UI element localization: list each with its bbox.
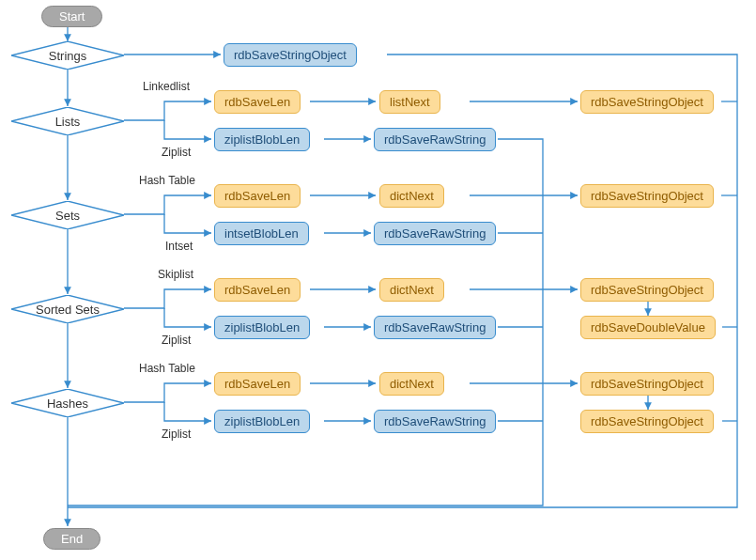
node-lists-zipbloblen-label: ziplistBlobLen: [224, 132, 300, 147]
decision-sorted-sets-label: Sorted Sets: [36, 303, 100, 317]
node-hashes-saveraw: rdbSaveRawString: [374, 410, 496, 433]
node-sortedsets-savestr: rdbSaveStringObject: [580, 278, 714, 302]
label-sortedsets-ziplist: Ziplist: [162, 334, 191, 347]
node-sortedsets-savedouble-label: rdbSaveDoubleValue: [591, 320, 705, 334]
node-hashes-savelen-label: rdbSaveLen: [224, 377, 290, 391]
node-sets-savestr-label: rdbSaveStringObject: [591, 189, 703, 203]
start-label: Start: [59, 9, 85, 23]
decision-sets: Sets: [11, 201, 124, 229]
node-sortedsets-saveraw: rdbSaveRawString: [374, 316, 496, 339]
node-lists-savelen: rdbSaveLen: [214, 90, 301, 114]
decision-strings: Strings: [11, 41, 124, 70]
node-sets-savelen: rdbSaveLen: [214, 184, 301, 208]
node-sortedsets-zipbloblen-label: ziplistBlobLen: [224, 320, 300, 334]
end-label: End: [61, 532, 83, 546]
node-sets-intsetbloblen: intsetBlobLen: [214, 222, 309, 245]
node-hashes-savestr2-label: rdbSaveStringObject: [591, 414, 703, 428]
node-sortedsets-savestr-label: rdbSaveStringObject: [591, 283, 703, 297]
node-sets-savestr: rdbSaveStringObject: [580, 184, 714, 208]
label-sortedsets-skiplist: Skiplist: [158, 268, 193, 281]
node-sortedsets-savelen: rdbSaveLen: [214, 278, 301, 302]
node-sortedsets-zipbloblen: ziplistBlobLen: [214, 316, 310, 339]
node-lists-savestr-label: rdbSaveStringObject: [591, 95, 703, 109]
node-lists-saveraw-label: rdbSaveRawString: [384, 132, 486, 147]
node-hashes-dictnext-label: dictNext: [390, 377, 434, 391]
node-sets-intsetbloblen-label: intsetBlobLen: [224, 226, 299, 241]
node-sets-dictnext-label: dictNext: [390, 189, 434, 203]
node-sortedsets-dictnext: dictNext: [379, 278, 444, 302]
decision-lists-label: Lists: [55, 115, 81, 129]
node-hashes-zipbloblen: ziplistBlobLen: [214, 410, 310, 433]
node-sortedsets-dictnext-label: dictNext: [390, 283, 434, 297]
decision-lists: Lists: [11, 107, 124, 135]
node-lists-saveraw: rdbSaveRawString: [374, 128, 496, 151]
node-strings-save: rdbSaveStringObject: [224, 43, 357, 67]
node-strings-save-label: rdbSaveStringObject: [234, 48, 347, 62]
decision-sorted-sets: Sorted Sets: [11, 295, 124, 323]
label-linkedlist: Linkedlist: [143, 80, 190, 93]
node-lists-listnext-label: listNext: [390, 95, 430, 109]
node-hashes-savestr1-label: rdbSaveStringObject: [591, 377, 703, 391]
node-hashes-savestr2: rdbSaveStringObject: [580, 410, 714, 433]
node-lists-savestr: rdbSaveStringObject: [580, 90, 714, 114]
node-sets-savelen-label: rdbSaveLen: [224, 189, 290, 203]
label-sets-hashtable: Hash Table: [139, 174, 195, 187]
node-hashes-dictnext: dictNext: [379, 372, 444, 396]
decision-hashes: Hashes: [11, 389, 124, 417]
node-hashes-savestr1: rdbSaveStringObject: [580, 372, 714, 396]
label-lists-ziplist: Ziplist: [162, 146, 191, 159]
node-sets-dictnext: dictNext: [379, 184, 444, 208]
node-lists-savelen-label: rdbSaveLen: [224, 95, 290, 109]
node-lists-zipbloblen: ziplistBlobLen: [214, 128, 310, 151]
node-hashes-savelen: rdbSaveLen: [214, 372, 301, 396]
node-lists-listnext: listNext: [379, 90, 440, 114]
node-sortedsets-saveraw-label: rdbSaveRawString: [384, 320, 486, 334]
node-sortedsets-savelen-label: rdbSaveLen: [224, 283, 290, 297]
label-hashes-ziplist: Ziplist: [162, 428, 191, 441]
node-sets-saveraw-label: rdbSaveRawString: [384, 226, 486, 241]
start-terminal: Start: [41, 6, 102, 27]
decision-hashes-label: Hashes: [47, 397, 88, 411]
node-sets-saveraw: rdbSaveRawString: [374, 222, 496, 245]
decision-sets-label: Sets: [55, 209, 80, 223]
label-sets-intset: Intset: [165, 240, 193, 253]
node-sortedsets-savedouble: rdbSaveDoubleValue: [580, 316, 716, 339]
decision-strings-label: Strings: [49, 49, 86, 63]
end-terminal: End: [43, 528, 100, 550]
node-hashes-saveraw-label: rdbSaveRawString: [384, 414, 486, 428]
node-hashes-zipbloblen-label: ziplistBlobLen: [224, 414, 300, 428]
label-hashes-hashtable: Hash Table: [139, 362, 195, 375]
